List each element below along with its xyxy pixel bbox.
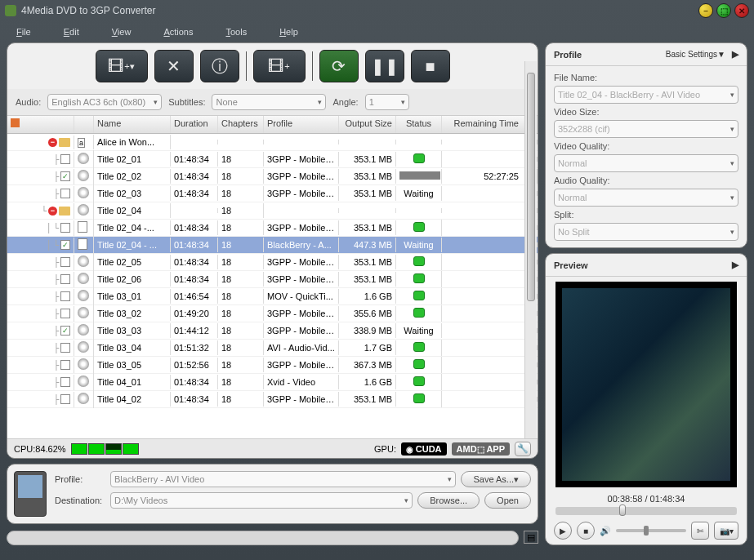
table-row[interactable]: ├Title 02_0301:48:34183GPP - Mobile ...3… <box>7 185 538 202</box>
amd-badge[interactable]: AMD⬚ APP <box>452 442 510 456</box>
col-duration[interactable]: Duration <box>171 116 218 133</box>
cell-chapters <box>218 140 264 144</box>
snapshot-button[interactable]: ✄ <box>691 522 709 540</box>
table-row[interactable]: ├Title 02_0601:48:34183GPP - Mobile ...3… <box>7 271 538 288</box>
expand-icon[interactable]: ▶ <box>732 49 738 60</box>
browse-button[interactable]: Browse... <box>417 492 480 509</box>
subtitles-combo[interactable]: None <box>212 94 326 110</box>
checkbox[interactable] <box>60 360 70 370</box>
table-row[interactable]: └−Title 02_0418 <box>7 202 538 220</box>
scrollbar-thumb[interactable] <box>527 73 535 301</box>
open-button[interactable]: Open <box>484 492 531 509</box>
menu-help[interactable]: Help <box>279 27 298 37</box>
collapse-icon[interactable]: − <box>48 207 57 216</box>
delete-button[interactable]: ✕ <box>154 50 194 82</box>
table-row[interactable]: ├Title 02_0101:48:34183GPP - Mobile ...3… <box>7 151 538 168</box>
convert-button[interactable]: ⟳ <box>319 50 359 82</box>
table-row[interactable]: │ └✓Title 02_04 - ...01:48:3418BlackBerr… <box>7 237 538 254</box>
volume-slider[interactable] <box>616 529 686 532</box>
play-button[interactable]: ▶ <box>554 522 572 540</box>
volume-icon[interactable]: 🔊 <box>600 526 611 536</box>
videoquality-combo[interactable]: Normal <box>554 154 738 172</box>
checkbox[interactable] <box>60 291 70 301</box>
cell-status <box>396 271 442 287</box>
info-button[interactable]: ⓘ <box>200 50 239 82</box>
stop-button[interactable]: ■ <box>411 50 450 82</box>
table-row[interactable]: ├Title 03_0401:51:3218AVI - Audio-Vid...… <box>7 340 538 357</box>
checkbox[interactable] <box>60 394 70 404</box>
profile-combo[interactable]: BlackBerry - AVI Video <box>110 471 456 487</box>
col-status[interactable]: Status <box>396 116 442 133</box>
col-name[interactable]: Name <box>94 116 171 133</box>
checkbox[interactable] <box>60 343 70 353</box>
cuda-badge[interactable]: ◉ CUDA <box>401 442 447 456</box>
table-row[interactable]: ├Title 04_0201:48:34183GPP - Mobile ...3… <box>7 391 538 408</box>
seek-bar[interactable] <box>555 507 737 515</box>
cell-chapters: 18 <box>218 340 264 355</box>
preview-video[interactable] <box>555 282 737 487</box>
cell-name: Title 02_02 <box>94 169 171 184</box>
minimize-button[interactable]: – <box>698 3 713 18</box>
select-all-icon[interactable] <box>11 118 20 127</box>
menu-tools[interactable]: Tools <box>225 27 247 37</box>
cell-output: 353.1 MB <box>339 186 396 201</box>
disc-icon <box>78 273 89 284</box>
split-combo[interactable]: No Split <box>554 223 738 241</box>
menu-view[interactable]: View <box>112 27 132 37</box>
checkbox[interactable] <box>60 257 70 267</box>
pause-button[interactable]: ❚❚ <box>365 50 404 82</box>
videosize-combo[interactable]: 352x288 (cif) <box>554 120 738 138</box>
preview-expand-icon[interactable]: ▶ <box>732 260 738 270</box>
scrollbar[interactable] <box>524 61 537 438</box>
menu-edit[interactable]: Edit <box>64 27 79 37</box>
audioquality-combo[interactable]: Normal <box>554 189 738 207</box>
checkbox[interactable] <box>60 309 70 318</box>
close-button[interactable]: ✕ <box>734 3 749 18</box>
volume-knob[interactable] <box>644 526 649 536</box>
add-file-button[interactable]: 🎞+▾ <box>96 50 148 82</box>
cell-remaining <box>442 362 538 367</box>
table-row[interactable]: ├✓Title 02_0201:48:34183GPP - Mobile ...… <box>7 168 538 185</box>
table-row[interactable]: −aAlice in Won... <box>7 134 538 151</box>
checkbox[interactable] <box>60 274 70 284</box>
filename-input[interactable]: Title 02_04 - BlackBerry - AVI Video <box>554 86 738 104</box>
checkbox[interactable] <box>60 377 70 387</box>
table-row[interactable]: ├Title 03_0101:46:5418MOV - QuickTi...1.… <box>7 288 538 305</box>
audio-combo[interactable]: English AC3 6ch (0x80) <box>47 94 162 110</box>
menu-actions[interactable]: Actions <box>163 27 193 37</box>
table-row[interactable]: ├Title 02_0501:48:34183GPP - Mobile ...3… <box>7 254 538 271</box>
camera-button[interactable]: 📷▾ <box>714 522 738 540</box>
add-profile-button[interactable]: 🎞+ <box>253 50 306 82</box>
settings-toggle[interactable]: Basic Settings▼ <box>666 50 725 59</box>
col-output[interactable]: Output Size <box>339 116 396 133</box>
menu-file[interactable]: File <box>16 27 31 37</box>
table-row[interactable]: ├Title 03_0201:49:20183GPP - Mobile ...3… <box>7 305 538 322</box>
checkbox[interactable]: ✓ <box>60 326 70 336</box>
table-row[interactable]: ├Title 03_0501:52:56183GPP - Mobile ...3… <box>7 357 538 374</box>
col-profile[interactable]: Profile <box>264 116 339 133</box>
table-row[interactable]: ├✓Title 03_0301:44:12183GPP - Mobile ...… <box>7 322 538 340</box>
checkbox[interactable] <box>60 189 70 198</box>
destination-combo[interactable]: D:\My Videos <box>110 492 413 509</box>
col-remaining[interactable]: Remaining Time <box>442 116 538 133</box>
stop-preview-button[interactable]: ■ <box>577 522 595 540</box>
checkbox[interactable] <box>60 223 70 233</box>
col-chapters[interactable]: Chapters <box>218 116 264 133</box>
list-view-icon[interactable]: ▤ <box>524 531 538 544</box>
maximize-button[interactable]: ⬚ <box>716 3 731 18</box>
checkbox[interactable] <box>60 154 70 164</box>
collapse-icon[interactable]: − <box>48 138 57 147</box>
table-row[interactable]: ├Title 04_0101:48:3418Xvid - Video1.6 GB <box>7 374 538 391</box>
titlebar[interactable]: 4Media DVD to 3GP Converter – ⬚ ✕ <box>0 0 754 21</box>
table-row[interactable]: │ └Title 02_04 -...01:48:34183GPP - Mobi… <box>7 220 538 237</box>
settings-icon[interactable]: 🔧 <box>515 442 531 456</box>
save-as-button[interactable]: Save As... ▾ <box>461 471 531 487</box>
checkbox[interactable]: ✓ <box>60 171 70 181</box>
cell-status: Waiting <box>396 186 442 201</box>
checkbox[interactable]: ✓ <box>60 240 70 250</box>
cell-output: 1.6 GB <box>339 375 396 389</box>
cell-duration: 01:51:32 <box>171 340 218 355</box>
file-list[interactable]: −aAlice in Won...├Title 02_0101:48:34183… <box>7 134 538 438</box>
angle-combo[interactable]: 1 <box>365 94 409 110</box>
seek-knob[interactable] <box>619 504 626 516</box>
